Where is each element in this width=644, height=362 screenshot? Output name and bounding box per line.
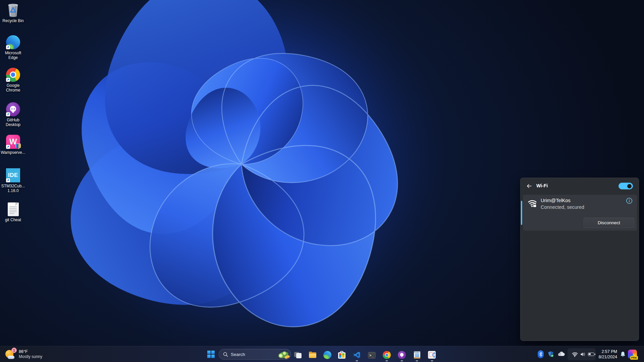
vscode-icon	[353, 351, 361, 359]
wifi-signal-icon	[527, 198, 537, 208]
terminal-icon: >_	[368, 351, 376, 359]
wifi-toggle[interactable]	[619, 183, 633, 189]
edge-icon	[323, 351, 331, 359]
desktop-icon-label: STM32Cub... 1.16.0	[0, 184, 26, 193]
taskbar-app-store[interactable]	[335, 348, 349, 362]
desktop-icon-wampserver[interactable]: W Wampserve...	[0, 134, 26, 155]
desktop-icon-stm32cube-ide[interactable]: IDE STM32Cub... 1.16.0	[0, 168, 26, 193]
running-indicator	[416, 360, 418, 361]
desktop-icon-label: Recycle Bin	[0, 18, 26, 23]
desktop-icon-label: Wampserve...	[0, 150, 26, 155]
toggle-knob	[627, 184, 632, 188]
desktop: Recycle Bin Microsoft Edge Google Chrome	[0, 0, 644, 362]
snipping-tool-icon	[428, 351, 436, 359]
copilot-pre-badge: PRE	[630, 356, 638, 360]
search-box[interactable]: Search	[219, 349, 291, 360]
taskbar-app-snipping-tool[interactable]	[425, 348, 439, 362]
weather-temp: 86°F	[19, 349, 42, 354]
selection-accent-bar	[521, 201, 522, 225]
taskbar-app-chrome[interactable]	[380, 348, 393, 362]
notification-bell-icon[interactable]	[619, 351, 627, 358]
desktop-icon-google-chrome[interactable]: Google Chrome	[0, 67, 26, 93]
weather-widget[interactable]: 1 86°F Mostly sunny	[1, 347, 46, 362]
onedrive-icon[interactable]	[556, 350, 566, 359]
shortcut-arrow-icon	[6, 45, 10, 49]
uac-shield-icon	[16, 143, 21, 149]
search-highlight-image	[276, 349, 291, 360]
weather-icon: 1	[5, 349, 16, 360]
clock-time: 2:57 PM	[596, 349, 617, 354]
start-button[interactable]	[205, 348, 217, 360]
document-icon	[8, 202, 19, 216]
clock[interactable]: 2:57 PM 8/21/2024	[596, 349, 617, 360]
taskbar-app-terminal[interactable]: >_	[365, 348, 378, 362]
taskbar-app-github-desktop[interactable]	[395, 348, 409, 362]
desktop-icon-github-desktop[interactable]: GitHub Desktop	[0, 102, 26, 127]
windows-logo-icon	[207, 351, 215, 358]
shortcut-arrow-icon	[6, 178, 10, 182]
notepad-icon	[413, 351, 421, 359]
desktop-icon-label: git Cheat	[0, 218, 26, 222]
taskbar-app-vscode[interactable]	[350, 348, 364, 362]
clock-date: 8/21/2024	[596, 354, 617, 360]
desktop-icon-label: Google Chrome	[0, 83, 26, 93]
wifi-flyout-panel: Wi-Fi Urim@TelKos Connected, secured Dis…	[520, 178, 639, 341]
wifi-panel-header: Wi-Fi	[521, 178, 639, 194]
search-icon	[223, 352, 228, 357]
connected-network-card[interactable]: Urim@TelKos Connected, secured Disconnec…	[523, 195, 637, 231]
desktop-icon-git-cheat[interactable]: git Cheat	[0, 202, 26, 222]
chrome-icon	[383, 351, 391, 359]
desktop-icon-recycle-bin[interactable]: Recycle Bin	[0, 3, 26, 23]
running-indicator	[386, 360, 388, 361]
recycle-bin-icon	[6, 3, 20, 17]
taskbar: 1 86°F Mostly sunny Search	[0, 346, 644, 362]
shortcut-arrow-icon	[6, 78, 10, 82]
desktop-icon-microsoft-edge[interactable]: Microsoft Edge	[0, 35, 26, 60]
quick-settings-group[interactable]	[568, 348, 596, 360]
shortcut-arrow-icon	[6, 145, 10, 149]
windows-security-icon[interactable]	[546, 350, 555, 359]
weather-condition: Mostly sunny	[19, 354, 42, 359]
weather-badge: 1	[11, 348, 17, 353]
microsoft-store-icon	[338, 351, 346, 359]
back-arrow-icon[interactable]	[525, 181, 534, 191]
taskbar-app-file-explorer[interactable]	[306, 348, 319, 362]
battery-icon	[586, 350, 596, 359]
desktop-icon-label: GitHub Desktop	[0, 118, 26, 127]
network-info-icon[interactable]	[626, 197, 633, 204]
taskbar-app-notepad[interactable]	[410, 348, 424, 362]
taskbar-app-edge[interactable]	[321, 348, 334, 362]
github-icon	[398, 351, 406, 359]
running-indicator	[431, 360, 433, 361]
copilot-icon[interactable]: PRE	[628, 350, 637, 359]
running-indicator	[401, 360, 403, 361]
search-placeholder: Search	[231, 352, 276, 357]
cloud-icon	[8, 356, 14, 359]
connected-network-status: Connected, secured	[541, 204, 584, 210]
disconnect-button[interactable]: Disconnect	[584, 218, 634, 228]
task-view-icon	[294, 351, 302, 359]
running-indicator	[356, 360, 358, 361]
desktop-icon-label: Microsoft Edge	[0, 51, 26, 60]
wifi-panel-title: Wi-Fi	[536, 183, 548, 188]
taskbar-app-task-view[interactable]	[291, 348, 305, 362]
connected-network-name: Urim@TelKos	[541, 198, 571, 203]
file-explorer-icon	[309, 351, 317, 359]
shortcut-arrow-icon	[6, 112, 10, 116]
bluetooth-icon[interactable]	[536, 350, 545, 359]
